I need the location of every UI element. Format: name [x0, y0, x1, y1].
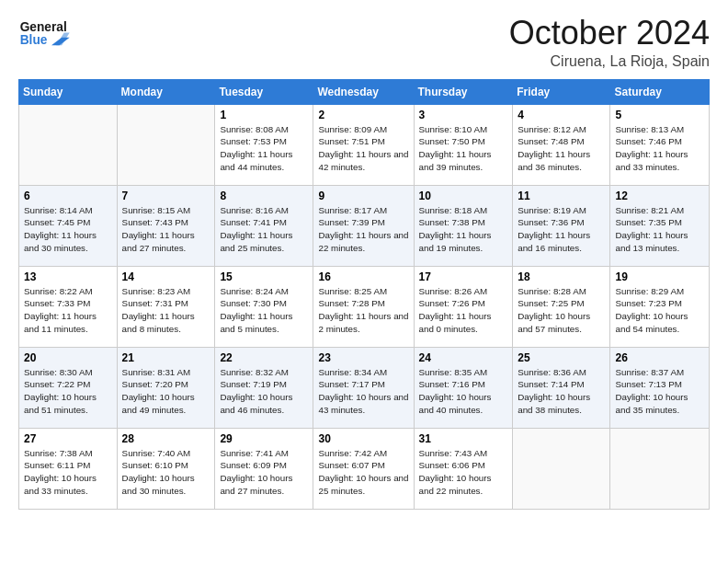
- day-number: 24: [419, 351, 508, 364]
- day-info: Sunrise: 8:19 AMSunset: 7:36 PMDaylight:…: [518, 204, 605, 255]
- calendar-cell: [513, 428, 610, 509]
- weekday-header-friday: Friday: [513, 79, 610, 104]
- day-number: 4: [518, 109, 605, 121]
- svg-text:Blue: Blue: [20, 33, 48, 47]
- day-number: 12: [615, 190, 704, 202]
- calendar-cell: 31Sunrise: 7:43 AMSunset: 6:06 PMDayligh…: [414, 428, 513, 509]
- day-info: Sunrise: 7:43 AMSunset: 6:06 PMDaylight:…: [419, 447, 508, 498]
- weekday-header-monday: Monday: [117, 79, 215, 104]
- calendar-cell: 4Sunrise: 8:12 AMSunset: 7:48 PMDaylight…: [513, 104, 610, 185]
- day-info: Sunrise: 8:17 AMSunset: 7:39 PMDaylight:…: [318, 204, 408, 255]
- month-title: October 2024: [509, 15, 710, 52]
- calendar-cell: 27Sunrise: 7:38 AMSunset: 6:11 PMDayligh…: [19, 428, 118, 509]
- day-info: Sunrise: 8:10 AMSunset: 7:50 PMDaylight:…: [419, 123, 508, 174]
- day-info: Sunrise: 8:24 AMSunset: 7:30 PMDaylight:…: [220, 285, 308, 336]
- calendar-cell: 28Sunrise: 7:40 AMSunset: 6:10 PMDayligh…: [117, 428, 215, 509]
- day-info: Sunrise: 8:08 AMSunset: 7:53 PMDaylight:…: [220, 123, 308, 174]
- day-info: Sunrise: 8:34 AMSunset: 7:17 PMDaylight:…: [318, 366, 408, 417]
- day-info: Sunrise: 8:31 AMSunset: 7:20 PMDaylight:…: [122, 366, 210, 417]
- logo-svg: General Blue: [18, 15, 74, 52]
- weekday-header-row: SundayMondayTuesdayWednesdayThursdayFrid…: [19, 79, 710, 104]
- calendar-cell: 20Sunrise: 8:30 AMSunset: 7:22 PMDayligh…: [19, 347, 118, 428]
- day-info: Sunrise: 7:40 AMSunset: 6:10 PMDaylight:…: [122, 447, 210, 498]
- day-number: 28: [122, 432, 210, 445]
- day-info: Sunrise: 8:23 AMSunset: 7:31 PMDaylight:…: [122, 285, 210, 336]
- calendar-cell: 13Sunrise: 8:22 AMSunset: 7:33 PMDayligh…: [19, 266, 118, 347]
- weekday-header-wednesday: Wednesday: [313, 79, 414, 104]
- calendar-cell: 8Sunrise: 8:16 AMSunset: 7:41 PMDaylight…: [215, 185, 313, 266]
- calendar-cell: [610, 428, 710, 509]
- calendar-cell: 17Sunrise: 8:26 AMSunset: 7:26 PMDayligh…: [414, 266, 513, 347]
- day-number: 5: [615, 109, 704, 121]
- calendar-table: SundayMondayTuesdayWednesdayThursdayFrid…: [18, 79, 710, 510]
- day-number: 25: [518, 351, 605, 364]
- day-info: Sunrise: 8:30 AMSunset: 7:22 PMDaylight:…: [24, 366, 112, 417]
- day-number: 3: [419, 109, 508, 121]
- day-number: 6: [24, 190, 112, 202]
- day-number: 8: [220, 190, 308, 202]
- calendar-cell: 1Sunrise: 8:08 AMSunset: 7:53 PMDaylight…: [215, 104, 313, 185]
- day-info: Sunrise: 8:21 AMSunset: 7:35 PMDaylight:…: [615, 204, 704, 255]
- day-number: 22: [220, 351, 308, 364]
- day-info: Sunrise: 8:16 AMSunset: 7:41 PMDaylight:…: [220, 204, 308, 255]
- weekday-header-tuesday: Tuesday: [215, 79, 313, 104]
- week-row-4: 20Sunrise: 8:30 AMSunset: 7:22 PMDayligh…: [19, 347, 710, 428]
- day-number: 19: [615, 270, 704, 283]
- day-info: Sunrise: 7:42 AMSunset: 6:07 PMDaylight:…: [318, 447, 408, 498]
- day-number: 26: [615, 351, 704, 364]
- day-info: Sunrise: 7:41 AMSunset: 6:09 PMDaylight:…: [220, 447, 308, 498]
- calendar-cell: 21Sunrise: 8:31 AMSunset: 7:20 PMDayligh…: [117, 347, 215, 428]
- calendar-cell: 16Sunrise: 8:25 AMSunset: 7:28 PMDayligh…: [313, 266, 414, 347]
- day-info: Sunrise: 8:18 AMSunset: 7:38 PMDaylight:…: [419, 204, 508, 255]
- day-info: Sunrise: 7:38 AMSunset: 6:11 PMDaylight:…: [24, 447, 112, 498]
- day-number: 31: [419, 432, 508, 445]
- day-info: Sunrise: 8:37 AMSunset: 7:13 PMDaylight:…: [615, 366, 704, 417]
- calendar-cell: 7Sunrise: 8:15 AMSunset: 7:43 PMDaylight…: [117, 185, 215, 266]
- weekday-header-thursday: Thursday: [414, 79, 513, 104]
- day-info: Sunrise: 8:13 AMSunset: 7:46 PMDaylight:…: [615, 123, 704, 174]
- day-number: 18: [518, 270, 605, 283]
- calendar-cell: 18Sunrise: 8:28 AMSunset: 7:25 PMDayligh…: [513, 266, 610, 347]
- day-number: 1: [220, 109, 308, 121]
- page: General Blue October 2024 Ciruena, La Ri…: [0, 0, 728, 563]
- day-info: Sunrise: 8:12 AMSunset: 7:48 PMDaylight:…: [518, 123, 605, 174]
- title-section: October 2024 Ciruena, La Rioja, Spain: [509, 15, 710, 70]
- calendar-cell: 24Sunrise: 8:35 AMSunset: 7:16 PMDayligh…: [414, 347, 513, 428]
- day-info: Sunrise: 8:28 AMSunset: 7:25 PMDaylight:…: [518, 285, 605, 336]
- calendar-cell: 10Sunrise: 8:18 AMSunset: 7:38 PMDayligh…: [414, 185, 513, 266]
- calendar-cell: 15Sunrise: 8:24 AMSunset: 7:30 PMDayligh…: [215, 266, 313, 347]
- calendar-cell: 5Sunrise: 8:13 AMSunset: 7:46 PMDaylight…: [610, 104, 710, 185]
- day-number: 14: [122, 270, 210, 283]
- calendar-cell: 23Sunrise: 8:34 AMSunset: 7:17 PMDayligh…: [313, 347, 414, 428]
- weekday-header-sunday: Sunday: [19, 79, 118, 104]
- day-info: Sunrise: 8:25 AMSunset: 7:28 PMDaylight:…: [318, 285, 408, 336]
- day-number: 17: [419, 270, 508, 283]
- week-row-1: 1Sunrise: 8:08 AMSunset: 7:53 PMDaylight…: [19, 104, 710, 185]
- day-number: 20: [24, 351, 112, 364]
- day-info: Sunrise: 8:36 AMSunset: 7:14 PMDaylight:…: [518, 366, 605, 417]
- day-number: 29: [220, 432, 308, 445]
- logo: General Blue: [18, 15, 74, 52]
- day-number: 11: [518, 190, 605, 202]
- calendar-cell: 6Sunrise: 8:14 AMSunset: 7:45 PMDaylight…: [19, 185, 118, 266]
- location-title: Ciruena, La Rioja, Spain: [509, 53, 710, 70]
- day-info: Sunrise: 8:32 AMSunset: 7:19 PMDaylight:…: [220, 366, 308, 417]
- day-info: Sunrise: 8:09 AMSunset: 7:51 PMDaylight:…: [318, 123, 408, 174]
- day-number: 10: [419, 190, 508, 202]
- weekday-header-saturday: Saturday: [610, 79, 710, 104]
- day-number: 15: [220, 270, 308, 283]
- week-row-3: 13Sunrise: 8:22 AMSunset: 7:33 PMDayligh…: [19, 266, 710, 347]
- calendar-cell: 30Sunrise: 7:42 AMSunset: 6:07 PMDayligh…: [313, 428, 414, 509]
- calendar-cell: 26Sunrise: 8:37 AMSunset: 7:13 PMDayligh…: [610, 347, 710, 428]
- calendar-cell: 29Sunrise: 7:41 AMSunset: 6:09 PMDayligh…: [215, 428, 313, 509]
- day-number: 30: [318, 432, 408, 445]
- calendar-cell: [19, 104, 118, 185]
- calendar-cell: 19Sunrise: 8:29 AMSunset: 7:23 PMDayligh…: [610, 266, 710, 347]
- calendar-cell: 14Sunrise: 8:23 AMSunset: 7:31 PMDayligh…: [117, 266, 215, 347]
- calendar-cell: 2Sunrise: 8:09 AMSunset: 7:51 PMDaylight…: [313, 104, 414, 185]
- calendar-cell: 22Sunrise: 8:32 AMSunset: 7:19 PMDayligh…: [215, 347, 313, 428]
- day-number: 23: [318, 351, 408, 364]
- day-info: Sunrise: 8:26 AMSunset: 7:26 PMDaylight:…: [419, 285, 508, 336]
- day-number: 21: [122, 351, 210, 364]
- day-number: 7: [122, 190, 210, 202]
